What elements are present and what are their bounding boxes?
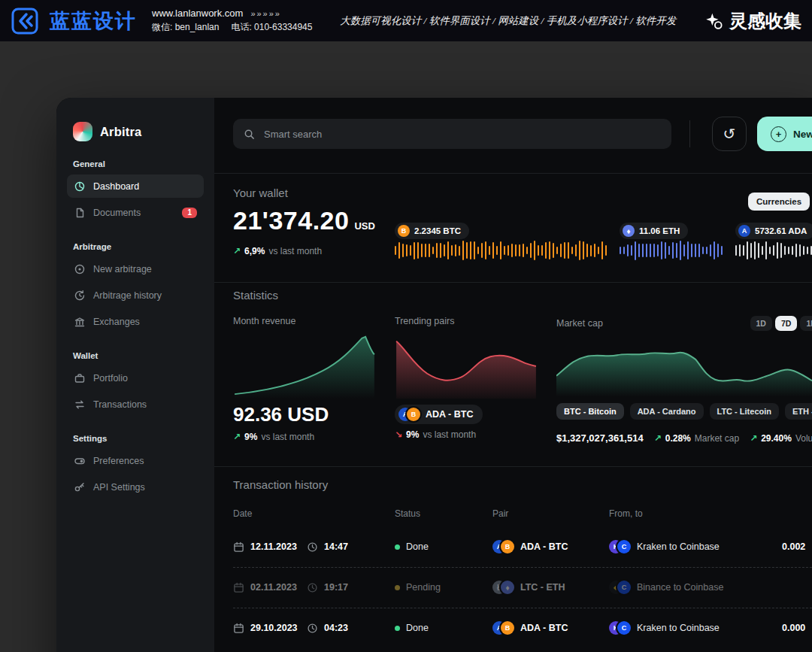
btc-coin-icon: B (501, 621, 514, 635)
transactions-title: Transaction history (233, 478, 328, 491)
sidebar-item-new-arbitrage[interactable]: New arbitrage (67, 257, 204, 281)
card-title: Month revenue (233, 316, 376, 326)
btc-coin-icon: B (501, 540, 514, 553)
token-chip-ltc[interactable]: LTC - Litecoin (710, 403, 780, 420)
wallet-view-toggles: Currencies E (748, 193, 812, 211)
arrows-decoration: »»»»» (250, 9, 281, 18)
pair-pill[interactable]: A B ADA - BTC (395, 405, 483, 424)
revenue-area-chart (233, 332, 376, 399)
eth-coin-icon: ♦ (501, 581, 514, 594)
website-link[interactable]: www.lanlanwork.com (152, 8, 243, 19)
search-icon (244, 129, 255, 140)
volume-change: ↗ 29.40% Volume (2 (750, 433, 812, 444)
new-button-label: New a (793, 129, 812, 140)
col-fromto: From, to (609, 508, 643, 519)
card-title: Trending pairs (395, 316, 538, 326)
revenue-value: 92.36 USD (233, 403, 376, 426)
sidebar-item-documents[interactable]: Documents 1 (67, 201, 204, 224)
exchange-icons: ◆ C (609, 581, 631, 594)
search-bar[interactable] (233, 119, 671, 149)
exchange-icons: K C (609, 621, 631, 635)
holding-btc: B 2.2345 BTC (395, 223, 609, 261)
range-1m[interactable]: 1M (800, 316, 812, 331)
table-row[interactable]: 02.11.2023 19:17 Pending Ł ♦ LTC - ETH ◆ (214, 567, 812, 608)
status-value: Done (406, 623, 429, 633)
range-7d[interactable]: 7D (775, 316, 797, 331)
status-value: Done (406, 541, 429, 552)
market-cap-value: $1,327,027,361,514 (556, 432, 644, 444)
up-arrow-icon: ↗ (654, 433, 662, 444)
history-icon (74, 290, 86, 302)
pair-coins: Ł ♦ (492, 581, 514, 594)
exchange-icons: K C (609, 540, 631, 553)
token-chip-btc[interactable]: BTC - Bitcoin (556, 403, 624, 420)
pair-coins: A B (398, 408, 420, 421)
fromto-cell: K C Kraken to Coinbase (609, 526, 720, 567)
date-value: 29.10.2023 (250, 623, 298, 633)
ada-amount-pill: A 5732.61 ADA (735, 223, 812, 239)
key-icon (74, 481, 86, 493)
sidebar-item-portfolio[interactable]: Portfolio (67, 366, 204, 390)
sidebar-item-exchanges[interactable]: Exchanges (67, 310, 204, 333)
app-window: Arbitra General Dashboard Documents 1 Ar… (56, 98, 812, 652)
change-suffix: vs last month (423, 429, 476, 440)
calendar-icon (233, 582, 244, 593)
calendar-icon (233, 541, 244, 553)
sidebar-item-api-settings[interactable]: API Settings (67, 475, 204, 499)
amount-cell: 0.002 (782, 526, 805, 567)
sidebar-item-label: Exchanges (93, 317, 140, 327)
sparkle-icon (704, 11, 723, 31)
sidebar-item-preferences[interactable]: Preferences (67, 449, 204, 472)
section-label-wallet: Wallet (73, 351, 198, 360)
eth-sparkline (620, 240, 725, 261)
inspiration-label: 灵感收集 (729, 9, 801, 33)
sidebar-item-label: Arbitrage history (93, 290, 162, 301)
sidebar-item-label: Transactions (93, 399, 147, 410)
time-value: 04:23 (324, 623, 348, 633)
sidebar-item-label: Portfolio (93, 373, 128, 384)
app-logo: Arbitra (67, 122, 204, 141)
currencies-toggle[interactable]: Currencies (748, 193, 810, 211)
token-chip-ada[interactable]: ADA - Cardano (630, 403, 704, 420)
date-cell: 29.10.2023 (233, 608, 298, 648)
notification-badge: 1 (182, 208, 197, 218)
up-arrow-icon: ↗ (233, 246, 241, 256)
wallet-title: Your wallet (233, 187, 288, 199)
plus-icon: + (771, 126, 786, 142)
pair-value: LTC - ETH (520, 582, 565, 593)
sidebar-item-arbitrage-history[interactable]: Arbitrage history (67, 284, 204, 307)
token-chip-eth[interactable]: ETH - Ethereu (785, 403, 812, 420)
dashboard-icon (74, 180, 86, 193)
change-suffix: Market cap (695, 433, 739, 444)
pair-coins: A B (492, 540, 514, 553)
history-button[interactable]: ↺ (712, 117, 747, 151)
cap-change: ↗ 0.28% Market cap (654, 433, 739, 444)
range-switcher: 1D 7D 1M (750, 316, 812, 331)
briefcase-icon (74, 372, 86, 384)
swap-arrows-icon (74, 399, 86, 411)
fromto-value: Kraken to Coinbase (637, 623, 720, 633)
change-value: 29.40% (761, 433, 792, 444)
change-suffix: Volume (2 (795, 433, 812, 444)
balance-amount: 21'374.20 (233, 206, 349, 235)
col-status: Status (395, 508, 420, 519)
table-row[interactable]: 29.10.2023 04:23 Done A B ADA - BTC K (214, 608, 812, 648)
amount-value: 0.002 (782, 541, 805, 552)
history-icon: ↺ (723, 126, 736, 142)
btc-coin-icon: B (407, 408, 420, 421)
sidebar-item-dashboard[interactable]: Dashboard (67, 174, 204, 198)
date-cell: 12.11.2023 (233, 526, 297, 567)
search-input[interactable] (262, 128, 661, 141)
range-1d[interactable]: 1D (750, 316, 772, 331)
down-arrow-icon: ↘ (395, 429, 402, 440)
promo-header: 蓝蓝设计 www.lanlanwork.com »»»»» 微信: ben_la… (0, 0, 812, 41)
status-value: Pending (406, 582, 441, 593)
sidebar-item-label: Dashboard (93, 181, 139, 192)
ada-sparkline (735, 240, 812, 261)
new-arbitrage-button[interactable]: + New a (757, 117, 812, 151)
sidebar-item-transactions[interactable]: Transactions (67, 393, 204, 416)
time-cell: 14:47 (307, 526, 348, 567)
table-row[interactable]: 12.11.2023 14:47 Done A B ADA - BTC K (214, 526, 812, 567)
time-value: 19:17 (324, 582, 348, 593)
token-filter-row: BTC - Bitcoin ADA - Cardano LTC - Liteco… (556, 403, 812, 420)
